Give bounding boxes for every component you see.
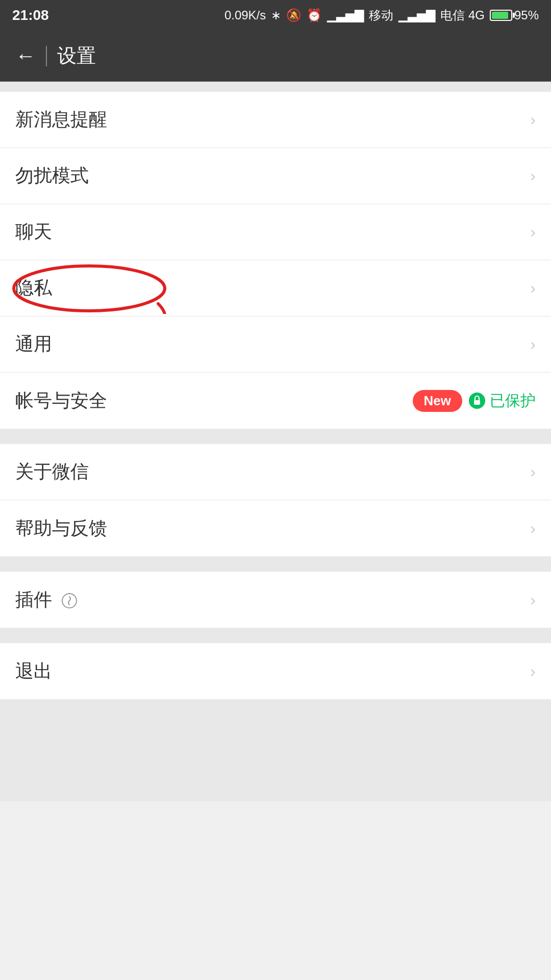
- chevron-right-icon: ›: [530, 662, 536, 681]
- settings-item-about[interactable]: 关于微信 ›: [0, 444, 551, 500]
- settings-item-general[interactable]: 通用 ›: [0, 316, 551, 373]
- section-separator-2: [0, 429, 551, 444]
- nav-divider: [46, 46, 47, 66]
- logout-label: 退出: [15, 659, 530, 684]
- battery-fill: [492, 12, 508, 19]
- bottom-fill: [0, 699, 551, 801]
- alarm-icon: ⏰: [307, 8, 322, 22]
- network-speed: 0.09K/s: [224, 8, 266, 22]
- status-time: 21:08: [12, 7, 49, 23]
- page-title: 设置: [57, 43, 96, 69]
- new-message-label: 新消息提醒: [15, 107, 530, 132]
- nav-bar: ← 设置: [0, 31, 551, 82]
- chevron-right-icon: ›: [530, 462, 536, 481]
- chevron-right-icon: ›: [530, 335, 536, 354]
- protected-label: 已保护: [490, 390, 536, 411]
- carrier-1: 移动: [369, 7, 393, 23]
- status-bar: 21:08 0.09K/s ∗ 🔕 ⏰ ▁▃▅▇ 移动 ▁▃▅▇ 电信 4G 9…: [0, 0, 551, 31]
- settings-item-account-security[interactable]: 帐号与安全 New 已保护: [0, 373, 551, 429]
- new-badge: New: [413, 390, 462, 412]
- privacy-label: 隐私: [15, 276, 530, 301]
- signal-icon-2: ▁▃▅▇: [398, 8, 435, 22]
- settings-group-1: 新消息提醒 › 勿扰模式 › 聊天 › 隐私 › 通用 › 帐号与安全 New: [0, 92, 551, 429]
- settings-group-3: 插件 ›: [0, 572, 551, 628]
- carrier-2: 电信 4G: [440, 7, 485, 23]
- plugins-label: 插件: [15, 587, 530, 612]
- battery-indicator: 95%: [490, 8, 539, 22]
- settings-group-4: 退出 ›: [0, 643, 551, 699]
- bluetooth-icon: ∗: [271, 8, 281, 22]
- dnd-label: 勿扰模式: [15, 163, 530, 188]
- plugin-icon: [61, 593, 78, 609]
- lock-icon: [468, 392, 486, 409]
- top-separator: [0, 82, 551, 92]
- status-icons: 0.09K/s ∗ 🔕 ⏰ ▁▃▅▇ 移动 ▁▃▅▇ 电信 4G 95%: [224, 7, 539, 23]
- settings-item-dnd[interactable]: 勿扰模式 ›: [0, 148, 551, 204]
- settings-item-plugins[interactable]: 插件 ›: [0, 572, 551, 628]
- protected-badge: 已保护: [468, 390, 536, 411]
- account-security-label: 帐号与安全: [15, 388, 413, 413]
- settings-item-privacy[interactable]: 隐私 ›: [0, 260, 551, 316]
- chevron-right-icon: ›: [530, 591, 536, 609]
- settings-item-chat[interactable]: 聊天 ›: [0, 204, 551, 260]
- mute-icon: 🔕: [286, 8, 302, 22]
- signal-icon-1: ▁▃▅▇: [327, 8, 364, 22]
- about-label: 关于微信: [15, 459, 530, 484]
- chevron-right-icon: ›: [530, 166, 536, 185]
- settings-item-logout[interactable]: 退出 ›: [0, 643, 551, 699]
- back-arrow-icon: ←: [15, 44, 36, 67]
- chevron-right-icon: ›: [530, 519, 536, 538]
- battery-percent: 95%: [514, 8, 539, 22]
- chevron-right-icon: ›: [530, 223, 536, 241]
- chevron-right-icon: ›: [530, 279, 536, 298]
- back-button[interactable]: ←: [15, 44, 36, 67]
- section-separator-3: [0, 556, 551, 572]
- battery-bar: [490, 10, 512, 21]
- general-label: 通用: [15, 332, 530, 357]
- chevron-right-icon: ›: [530, 110, 536, 129]
- settings-group-2: 关于微信 › 帮助与反馈 ›: [0, 444, 551, 556]
- svg-rect-2: [474, 400, 480, 405]
- settings-item-new-message[interactable]: 新消息提醒 ›: [0, 92, 551, 148]
- settings-item-help[interactable]: 帮助与反馈 ›: [0, 500, 551, 556]
- chat-label: 聊天: [15, 219, 530, 244]
- section-separator-4: [0, 628, 551, 643]
- account-security-right: New 已保护: [413, 390, 536, 412]
- help-label: 帮助与反馈: [15, 516, 530, 541]
